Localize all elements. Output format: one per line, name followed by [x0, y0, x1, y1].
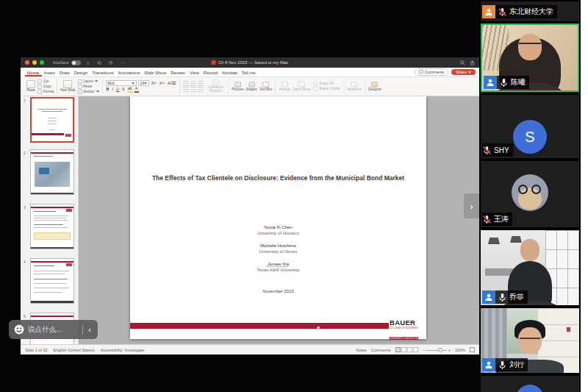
- tab-review[interactable]: Review: [168, 69, 187, 76]
- paste-button[interactable]: Paste: [26, 80, 35, 93]
- tab-tell-me[interactable]: Tell me: [240, 69, 258, 76]
- italic-button[interactable]: I: [112, 88, 115, 92]
- slide-thumbnail-1[interactable]: [30, 97, 74, 143]
- shape-outline-button[interactable]: Shape Outline: [313, 87, 340, 91]
- chat-quick-input[interactable]: 说点什么... ‹: [9, 320, 98, 339]
- text-box-button[interactable]: Text Box: [259, 82, 272, 92]
- tab-transitions[interactable]: Transitions: [90, 69, 115, 76]
- tab-slide-show[interactable]: Slide Show: [142, 69, 168, 76]
- reset-button[interactable]: Reset: [78, 85, 99, 89]
- slide-title[interactable]: The Effects of Tax Clientele on Disclosu…: [130, 174, 426, 182]
- video-panel-toggle-button[interactable]: ›: [464, 193, 479, 218]
- participant-tile-wangtao[interactable]: 王涛: [481, 161, 579, 227]
- slide-thumbnail-2[interactable]: [30, 149, 74, 195]
- slide-red-accent-bar: [130, 323, 389, 329]
- slide-sorter-icon[interactable]: [401, 347, 406, 352]
- align-center-button[interactable]: [190, 87, 196, 92]
- quick-styles-button[interactable]: Quick Styles: [293, 82, 311, 92]
- underline-button[interactable]: U: [115, 88, 120, 92]
- close-window-button[interactable]: [25, 60, 29, 65]
- shrink-font-button[interactable]: A˅: [159, 82, 165, 86]
- participant-tile-chenxi[interactable]: 陈曦: [481, 24, 579, 92]
- bullets-button[interactable]: [183, 81, 189, 86]
- copy-button[interactable]: Copy: [37, 85, 54, 89]
- layout-button[interactable]: Layout: [78, 79, 99, 84]
- shapes-button[interactable]: Shapes: [246, 82, 257, 92]
- text-shadow-button[interactable]: S: [121, 88, 126, 92]
- notes-button[interactable]: Notes: [356, 348, 366, 352]
- pictures-button[interactable]: Pictures: [232, 82, 243, 92]
- convert-smartart-button[interactable]: Convert to SmartArt: [206, 79, 225, 93]
- designer-icon: [371, 82, 378, 88]
- document-title: Ch 8 Nov 2023 — Saved to my Mac: [212, 60, 289, 65]
- highlight-color-button[interactable]: ab: [127, 87, 133, 93]
- comments-button[interactable]: Comments: [415, 68, 449, 76]
- clear-format-button[interactable]: A⌫: [167, 82, 176, 86]
- zoom-control[interactable]: − +: [423, 348, 451, 352]
- reading-view-icon[interactable]: [407, 347, 412, 352]
- zoom-slider-knob[interactable]: [438, 348, 442, 352]
- new-slide-button[interactable]: New Slide: [60, 80, 75, 93]
- accessibility-status[interactable]: Accessibility: Investigate: [101, 348, 145, 352]
- zoom-out-button[interactable]: −: [423, 348, 425, 352]
- font-caret-icon: [132, 82, 135, 85]
- participant-tile-liuxing[interactable]: 刘行: [481, 308, 579, 373]
- pendant-lamp: [510, 236, 522, 243]
- search-icon[interactable]: [460, 60, 465, 65]
- participant-tile-dongbei[interactable]: 东北财经大学: [481, 1, 579, 21]
- tab-insert[interactable]: Insert: [42, 69, 57, 76]
- share-sheet-icon[interactable]: [470, 60, 475, 65]
- arrange-button[interactable]: Arrange: [279, 82, 290, 92]
- slideshow-icon[interactable]: [413, 347, 418, 352]
- font-color-button[interactable]: A: [135, 87, 139, 93]
- tab-record[interactable]: Record: [201, 69, 220, 76]
- slide-date[interactable]: November 2023: [130, 289, 426, 293]
- tab-home[interactable]: Home: [25, 69, 42, 76]
- tab-design[interactable]: Design: [72, 69, 90, 76]
- align-right-button[interactable]: [198, 87, 204, 92]
- font-name-select[interactable]: Muli: [106, 80, 137, 86]
- numbering-button[interactable]: [190, 81, 196, 86]
- slide-authors-block[interactable]: Novia Xi Chen University of Houston Mich…: [130, 224, 426, 279]
- participant-tile-partial[interactable]: [481, 376, 579, 392]
- tab-draw[interactable]: Draw: [57, 69, 72, 76]
- bold-button[interactable]: B: [106, 88, 110, 92]
- align-left-button[interactable]: [183, 87, 189, 92]
- format-painter-button[interactable]: Format: [37, 90, 54, 94]
- zoom-slider[interactable]: [426, 350, 447, 351]
- section-button[interactable]: Section: [78, 90, 99, 94]
- tab-view[interactable]: View: [187, 69, 201, 76]
- fit-slide-button[interactable]: [470, 347, 475, 352]
- chat-input-placeholder[interactable]: 说点什么...: [28, 325, 62, 335]
- chat-collapse-button[interactable]: ‹: [87, 326, 93, 334]
- slide-thumbnail-4[interactable]: [30, 258, 74, 304]
- autosave-toggle[interactable]: [71, 60, 81, 65]
- participant-tile-qiaofei[interactable]: 乔菲: [481, 230, 579, 305]
- minimize-window-button[interactable]: [32, 60, 37, 65]
- quick-access-icons[interactable]: ⌂ ⟲ ⟳ ⋯: [87, 60, 129, 65]
- zoom-in-button[interactable]: +: [448, 348, 451, 352]
- sensitivity-button[interactable]: Sensitivity: [347, 82, 362, 92]
- view-mode-buttons[interactable]: [395, 347, 418, 353]
- author-name: Novia Xi Chen: [130, 224, 426, 230]
- tab-acrobat[interactable]: Acrobat: [220, 69, 240, 76]
- autosave-control[interactable]: AutoSave: [53, 60, 81, 65]
- zoom-window-button[interactable]: [40, 60, 44, 65]
- shape-fill-button[interactable]: Shape Fill: [313, 82, 340, 86]
- participant-name: 乔菲: [509, 292, 524, 302]
- arrange-icon: [282, 82, 288, 88]
- grow-font-button[interactable]: A˄: [151, 82, 157, 86]
- emoji-smiley-icon[interactable]: [14, 324, 24, 335]
- comments-pane-button[interactable]: Comments: [371, 348, 391, 352]
- font-size-select[interactable]: 14: [138, 80, 150, 86]
- language-status[interactable]: English (United States): [54, 348, 95, 352]
- share-button[interactable]: Share: [451, 69, 476, 75]
- slide-editing-area[interactable]: The Effects of Tax Clientele on Disclosu…: [130, 96, 426, 339]
- indent-button[interactable]: [198, 81, 204, 86]
- cut-button[interactable]: Cut: [37, 79, 54, 84]
- normal-view-icon[interactable]: [395, 347, 401, 352]
- tab-animations[interactable]: Animations: [116, 69, 143, 76]
- designer-button[interactable]: Designer: [368, 82, 381, 92]
- participant-tile-shy[interactable]: S SHY: [481, 95, 579, 158]
- slide-thumbnail-3[interactable]: [30, 204, 74, 249]
